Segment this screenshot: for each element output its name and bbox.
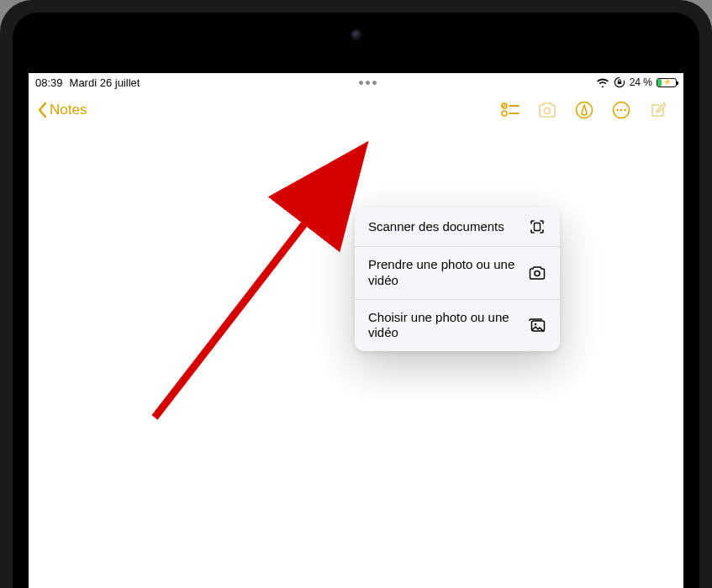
menu-item-take-photo-video[interactable]: Prendre une photo ou une vidéo [355,246,560,299]
gallery-icon [528,316,546,334]
compose-icon[interactable] [648,100,668,120]
status-bar: 08:39 Mardi 26 juillet 24 % ⚡ [29,73,683,92]
svg-point-5 [545,108,551,114]
svg-rect-11 [535,223,541,231]
svg-point-12 [535,270,540,276]
menu-item-choose-photo-video[interactable]: Choisir une photo ou une vidéo [355,299,560,352]
back-label: Notes [50,102,87,118]
status-date: Mardi 26 juillet [70,76,140,89]
chevron-left-icon [37,102,47,118]
checklist-icon[interactable] [500,100,520,120]
markup-icon[interactable] [574,100,594,120]
svg-point-14 [535,323,537,326]
status-time: 08:39 [35,76,63,89]
back-button[interactable]: Notes [37,102,87,118]
orientation-lock-icon [614,76,625,88]
battery-icon: ⚡ [657,78,677,87]
nav-bar: Notes [29,92,683,129]
annotation-arrow [138,140,382,426]
menu-label: Scanner des documents [368,219,528,235]
camera-toolbar-icon[interactable] [537,100,557,120]
menu-label: Choisir une photo ou une vidéo [368,310,528,342]
svg-point-10 [624,109,626,112]
svg-point-3 [502,111,507,116]
screen: 08:39 Mardi 26 juillet 24 % ⚡ [29,73,683,588]
menu-label: Prendre une photo ou une vidéo [368,257,528,289]
charging-icon: ⚡ [663,79,672,86]
menu-item-scan-documents[interactable]: Scanner des documents [355,207,560,246]
svg-point-8 [616,109,619,112]
multitask-dots[interactable] [140,81,595,85]
svg-point-9 [620,109,623,112]
more-icon[interactable] [611,100,631,120]
scan-icon [528,218,546,236]
front-camera [351,30,361,39]
battery-percent: 24 % [630,76,652,88]
camera-menu-popover: Scanner des documents Prendre une photo … [355,207,560,351]
camera-icon [528,264,546,282]
wifi-icon [596,77,609,87]
svg-line-15 [155,159,355,417]
device-frame: 08:39 Mardi 26 juillet 24 % ⚡ [0,0,712,588]
